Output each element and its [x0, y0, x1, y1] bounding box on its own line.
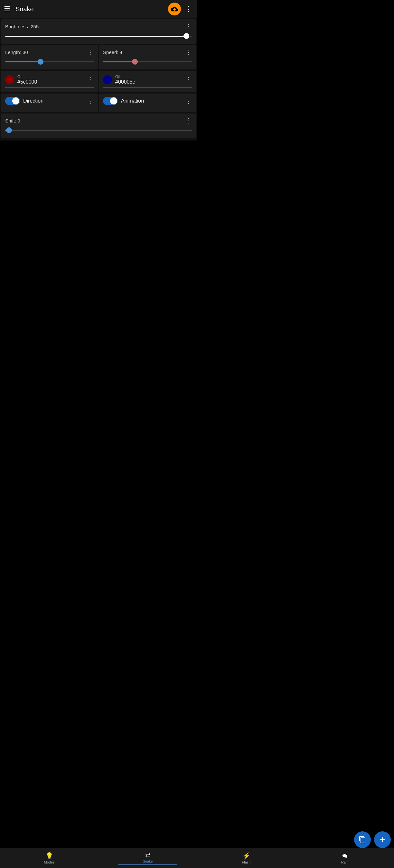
color-off-circle [103, 75, 112, 84]
color-on-swatch-row: On #5c0000 [5, 74, 37, 85]
speed-header: Speed: 4 ⋮ [103, 48, 192, 56]
length-menu-icon[interactable]: ⋮ [88, 48, 94, 56]
direction-card: Direction ⋮ [1, 94, 98, 112]
animation-toggle-row: Animation [103, 97, 144, 105]
length-thumb [38, 59, 44, 65]
speed-menu-icon[interactable]: ⋮ [186, 48, 192, 56]
shift-header: Shift: 0 ⋮ [5, 117, 192, 124]
color-off-state: Off [115, 74, 135, 79]
shift-menu-icon[interactable]: ⋮ [186, 117, 192, 124]
main-content: Brightness: 255 ⋮ Length: 30 ⋮ [0, 18, 197, 141]
shift-slider[interactable] [5, 127, 192, 133]
cloud-icon [171, 5, 178, 12]
brightness-slider[interactable] [5, 33, 192, 39]
color-on-card[interactable]: On #5c0000 ⋮ [1, 71, 98, 92]
animation-toggle-knob [110, 97, 117, 104]
color-off-header: Off #00005c ⋮ [103, 74, 192, 85]
brightness-label: Brightness: 255 [5, 24, 39, 29]
length-card: Length: 30 ⋮ [1, 45, 98, 69]
toggle-row: Direction ⋮ Animation ⋮ [1, 94, 196, 112]
color-off-hex: #00005c [115, 79, 135, 85]
animation-menu-icon[interactable]: ⋮ [186, 97, 192, 105]
color-on-hex: #5c0000 [18, 79, 37, 85]
speed-card: Speed: 4 ⋮ [99, 45, 196, 69]
color-off-card[interactable]: Off #00005c ⋮ [99, 71, 196, 92]
animation-card: Animation ⋮ [99, 94, 196, 112]
color-on-header: On #5c0000 ⋮ [5, 74, 94, 85]
length-header: Length: 30 ⋮ [5, 48, 94, 56]
direction-toggle[interactable] [5, 97, 20, 105]
length-fill [5, 61, 40, 62]
brightness-card: Brightness: 255 ⋮ [1, 19, 196, 44]
direction-menu-icon[interactable]: ⋮ [88, 97, 94, 105]
speed-label: Speed: 4 [103, 50, 122, 55]
color-on-state: On [18, 74, 37, 79]
speed-slider[interactable] [103, 59, 192, 65]
animation-header: Animation ⋮ [103, 97, 192, 105]
brightness-header: Brightness: 255 ⋮ [5, 23, 192, 30]
speed-thumb [132, 59, 138, 65]
top-more-icon[interactable]: ⋮ [184, 3, 193, 14]
page-title: Snake [16, 5, 168, 13]
top-bar: ☰ Snake ⋮ [0, 0, 197, 18]
length-track [5, 61, 94, 62]
brightness-menu-icon[interactable]: ⋮ [186, 23, 192, 30]
animation-toggle[interactable] [103, 97, 118, 105]
speed-fill [103, 61, 135, 62]
animation-label: Animation [121, 98, 144, 104]
shift-card: Shift: 0 ⋮ [1, 114, 196, 138]
brightness-track [5, 36, 192, 37]
shift-label: Shift: 0 [5, 118, 20, 123]
color-off-info: Off #00005c [115, 74, 135, 85]
color-on-info: On #5c0000 [18, 74, 37, 85]
direction-toggle-row: Direction [5, 97, 44, 105]
speed-track [103, 61, 192, 62]
color-off-swatch-row: Off #00005c [103, 74, 135, 85]
brightness-thumb [184, 33, 189, 39]
color-on-menu-icon[interactable]: ⋮ [88, 75, 94, 83]
direction-label: Direction [23, 98, 44, 104]
cloud-button[interactable] [168, 3, 181, 16]
color-on-circle [5, 75, 14, 84]
direction-header: Direction ⋮ [5, 97, 94, 105]
color-row: On #5c0000 ⋮ Off #00005c ⋮ [1, 71, 196, 92]
brightness-fill [5, 36, 187, 37]
menu-icon[interactable]: ☰ [4, 5, 10, 13]
shift-thumb [6, 127, 12, 133]
shift-track [5, 130, 192, 131]
length-label: Length: 30 [5, 50, 28, 55]
color-off-menu-icon[interactable]: ⋮ [186, 75, 192, 83]
direction-toggle-knob [12, 97, 19, 104]
length-slider[interactable] [5, 59, 94, 65]
length-speed-row: Length: 30 ⋮ Speed: 4 ⋮ [1, 45, 196, 69]
